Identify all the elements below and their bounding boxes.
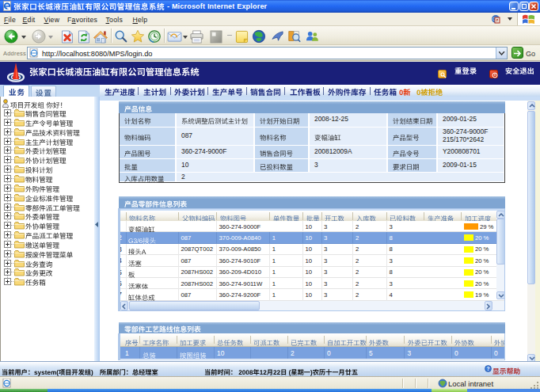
svg-text:?: ? bbox=[487, 366, 490, 371]
